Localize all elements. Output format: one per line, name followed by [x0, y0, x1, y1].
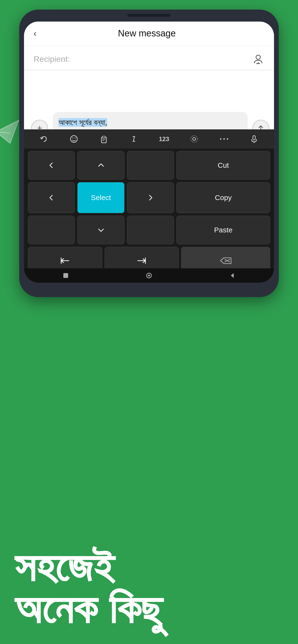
- nav-up-button[interactable]: [77, 151, 124, 180]
- numbers-label: 123: [159, 135, 169, 143]
- key-row-3: Paste: [28, 216, 270, 244]
- message-area[interactable]: [24, 70, 274, 108]
- nav-home-button[interactable]: [143, 270, 155, 282]
- top-bar: ‹ New message: [24, 22, 274, 46]
- keyboard-main: Cut Select Copy: [24, 148, 274, 277]
- paper-plane-decoration: [0, 118, 22, 146]
- svg-point-28: [148, 274, 150, 276]
- nav-left-button-2[interactable]: [28, 182, 75, 213]
- nav-square-button[interactable]: [60, 270, 72, 282]
- nav-back-button[interactable]: [226, 270, 238, 282]
- nav-down-button[interactable]: [77, 216, 124, 244]
- svg-rect-20: [253, 136, 255, 140]
- toolbar-emoji-icon[interactable]: [67, 132, 81, 146]
- cut-button[interactable]: Cut: [176, 151, 270, 180]
- paste-button[interactable]: Paste: [176, 216, 270, 244]
- toolbar-mic-icon[interactable]: [247, 132, 261, 146]
- key-row-1: Cut: [28, 151, 270, 180]
- key-row-2: Select Copy: [28, 182, 270, 213]
- svg-point-7: [75, 138, 76, 138]
- page-title: New message: [44, 28, 250, 38]
- selected-text: আকাশে সূর্যের বন্যা,: [59, 118, 107, 127]
- toolbar-clipboard-icon[interactable]: [97, 132, 111, 146]
- nav-left-button[interactable]: [28, 151, 75, 180]
- svg-point-2: [256, 55, 260, 60]
- phone-notch: [127, 14, 171, 17]
- phone-screen: ‹ New message Recipient: + আকাশে সূর্যের…: [24, 22, 274, 283]
- spacer-bottom: [28, 216, 75, 244]
- bengali-title-block: সহজেই অনেক কিছু: [14, 546, 284, 630]
- svg-marker-0: [0, 120, 19, 143]
- svg-point-5: [71, 136, 77, 142]
- svg-point-17: [220, 138, 221, 140]
- svg-point-19: [227, 138, 228, 140]
- toolbar-italic-icon[interactable]: [127, 132, 141, 146]
- bengali-line1: সহজেই: [14, 546, 284, 588]
- select-button[interactable]: Select: [77, 182, 124, 213]
- keyboard-area: 123: [24, 130, 274, 283]
- svg-rect-4: [256, 63, 260, 64]
- svg-line-14: [133, 136, 134, 141]
- svg-point-16: [191, 136, 198, 142]
- copy-button[interactable]: Copy: [176, 182, 270, 213]
- back-button[interactable]: ‹: [34, 28, 37, 38]
- bottom-navigation: [24, 268, 274, 283]
- svg-point-15: [193, 138, 196, 140]
- toolbar-more-icon[interactable]: [217, 132, 231, 146]
- contact-icon[interactable]: [252, 53, 264, 65]
- svg-rect-26: [63, 273, 68, 278]
- svg-point-18: [223, 138, 225, 140]
- svg-rect-9: [103, 136, 105, 138]
- toolbar-numbers-icon[interactable]: 123: [157, 132, 171, 146]
- phone-frame: ‹ New message Recipient: + আকাশে সূর্যের…: [19, 10, 279, 297]
- toolbar-undo-icon[interactable]: [37, 132, 51, 146]
- toolbar-settings-icon[interactable]: [187, 132, 201, 146]
- spacer-bottom-2: [127, 216, 174, 244]
- keyboard-toolbar: 123: [24, 130, 274, 148]
- svg-point-6: [72, 138, 73, 138]
- bengali-line2: অনেক কিছু: [14, 588, 284, 630]
- nav-right-button[interactable]: [127, 182, 174, 213]
- app-screen: { "background": { "color": "#2e9e4f" }, …: [0, 0, 298, 644]
- recipient-row: Recipient:: [24, 46, 274, 70]
- recipient-placeholder[interactable]: Recipient:: [34, 54, 252, 64]
- spacer-top: [127, 151, 174, 180]
